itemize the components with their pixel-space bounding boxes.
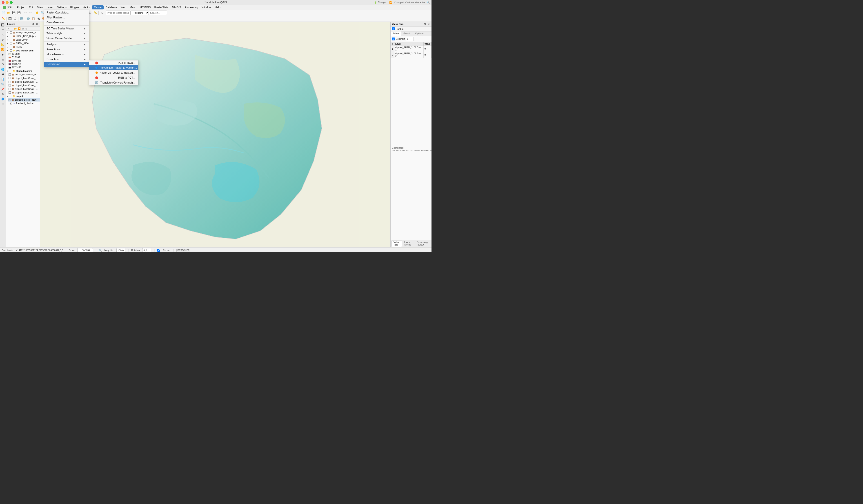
pan-button[interactable]: ✋: [35, 10, 40, 15]
sidebar-icon-7[interactable]: ▶: [1, 52, 5, 57]
collapse-all-icon[interactable]: ⊟: [25, 27, 28, 30]
list-item[interactable]: ▶ ▦ SRTM: [6, 45, 40, 49]
tab-processing-toolbox[interactable]: Processing Toolbox: [415, 241, 430, 247]
render-checkbox[interactable]: [157, 249, 160, 252]
list-item[interactable]: ▶ ▦ SRTM_3106: [6, 41, 40, 45]
list-item[interactable]: ▶ ▦ HRSL_BGD_Rajshahi_Population: [6, 34, 40, 38]
atlas-button[interactable]: 📋: [31, 16, 36, 21]
sidebar-icon-8[interactable]: ⊞: [1, 57, 5, 62]
menu-virtual-raster[interactable]: Virtual Raster Builder ▶: [44, 36, 89, 41]
menu-layer[interactable]: Layer: [45, 5, 55, 10]
undo-button[interactable]: ↩: [23, 10, 28, 15]
layer-checkbox[interactable]: [10, 35, 12, 37]
topology-button[interactable]: ⬡: [13, 16, 17, 21]
sidebar-icon-14[interactable]: 📌: [1, 87, 5, 91]
raster-menu[interactable]: Raster Calculator... Align Rasters... Ge…: [44, 10, 89, 67]
rotation-input[interactable]: [142, 248, 151, 252]
sidebar-icon-4[interactable]: 🖊: [1, 38, 5, 42]
maximize-button[interactable]: [10, 1, 13, 4]
measure-button[interactable]: 📏: [93, 10, 98, 15]
menu-georeferencer[interactable]: Georeferencer...: [44, 20, 89, 25]
layer-checkbox[interactable]: [10, 70, 12, 72]
menu-qgis[interactable]: QGIS: [1, 5, 15, 10]
menu-translate[interactable]: 🔄 Translate (Convert Format)...: [89, 80, 138, 85]
tab-layer-styling[interactable]: Layer Styling: [402, 241, 414, 247]
sidebar-icon-2[interactable]: ✏: [1, 28, 5, 32]
sidebar-icon-11[interactable]: 🏔: [1, 72, 5, 77]
layer-checkbox[interactable]: [10, 31, 12, 34]
menu-rgb-to-pct[interactable]: 🔴 RGB to PCT...: [89, 75, 138, 80]
list-item[interactable]: ▶ 📁 output: [6, 94, 40, 98]
crs-selector[interactable]: Philippines: [131, 11, 149, 15]
menu-rasterize[interactable]: 🔶 Rasterize (Vector to Raster)...: [89, 70, 138, 75]
menu-mesh[interactable]: Mesh: [128, 5, 138, 10]
plugins-button[interactable]: 🔌: [36, 16, 41, 21]
menu-help[interactable]: Help: [213, 5, 222, 10]
layer-checkbox[interactable]: [10, 42, 12, 44]
menu-polygonize[interactable]: 🔷 Polygonize (Raster to Vector)...: [89, 65, 138, 70]
open-layer-icon[interactable]: 📂: [14, 27, 17, 30]
layer-checkbox[interactable]: [9, 77, 11, 79]
save-project-button[interactable]: 💾: [11, 10, 16, 15]
processing-button[interactable]: ⚙️: [26, 16, 30, 21]
panel-close-icon[interactable]: ✕: [35, 23, 38, 26]
list-item[interactable]: ▦ clipped_LandCover_2018_3106: [8, 80, 40, 83]
tab-options[interactable]: Options: [413, 31, 426, 36]
layer-checkbox[interactable]: [9, 88, 11, 90]
epsg-badge[interactable]: EPSG:3106: [176, 249, 190, 252]
layer-checkbox[interactable]: [10, 39, 12, 41]
field-calc-button[interactable]: 🔣: [19, 16, 24, 21]
layer-checkbox[interactable]: [10, 46, 12, 48]
menu-plugins[interactable]: Plugins: [68, 5, 81, 10]
tab-value-tool[interactable]: Value Tool: [391, 241, 402, 247]
sidebar-icon-17[interactable]: ⬡: [1, 102, 5, 106]
locate-input[interactable]: [106, 11, 130, 15]
list-item[interactable]: ⬡ Rajshahi_division: [6, 102, 40, 105]
tab-table[interactable]: Table: [391, 31, 401, 36]
new-project-button[interactable]: 📄: [1, 10, 6, 15]
menu-pct-to-rgb[interactable]: 🔴 PCT to RGB...: [89, 61, 138, 65]
layer-checkbox[interactable]: [9, 81, 11, 83]
menu-table-to-style[interactable]: Table to style ▶: [44, 31, 89, 36]
close-panel-icon[interactable]: ✕: [427, 23, 430, 26]
sidebar-icon-9[interactable]: 🗺: [1, 62, 5, 67]
map-canvas[interactable]: [40, 22, 390, 247]
layer-checkbox[interactable]: [10, 95, 12, 97]
digitize-button[interactable]: ✏️: [1, 16, 6, 21]
redo-button[interactable]: ↪: [28, 10, 33, 15]
layer-checkbox[interactable]: [9, 91, 11, 94]
menu-extraction[interactable]: Extraction ▶: [44, 57, 89, 62]
menu-window[interactable]: Window: [200, 5, 213, 10]
sidebar-icon-16[interactable]: 🔷: [1, 97, 5, 101]
minimize-button[interactable]: [6, 1, 9, 4]
menu-analysis[interactable]: Analysis ▶: [44, 42, 89, 47]
save-as-button[interactable]: 💾: [16, 10, 21, 15]
sidebar-icon-6[interactable]: 🔁: [1, 48, 5, 52]
open-project-button[interactable]: 📂: [6, 10, 11, 15]
filter-layer-icon[interactable]: 🔽: [17, 27, 21, 30]
sidebar-icon-13[interactable]: 🔍: [1, 82, 5, 87]
sidebar-icon-1[interactable]: 🔲: [1, 23, 5, 27]
tab-graph[interactable]: Graph: [401, 31, 413, 36]
snap-button[interactable]: 🔲: [8, 16, 12, 21]
list-item[interactable]: ▼ 📁 clipped rasters: [6, 69, 40, 73]
sidebar-icon-10[interactable]: 🌐: [1, 67, 5, 72]
search-icon[interactable]: 🔍: [427, 1, 430, 4]
menu-view[interactable]: View: [35, 5, 45, 10]
menu-settings[interactable]: Settings: [55, 5, 68, 10]
panel-settings-icon[interactable]: ⚙: [32, 23, 35, 26]
list-item[interactable]: ▦ clipped_LandCover_2017_3106: [8, 83, 40, 87]
search-input[interactable]: [149, 11, 167, 15]
menu-edit[interactable]: Edit: [27, 5, 36, 10]
menu-miscellaneous[interactable]: Miscellaneous ▶: [44, 52, 89, 57]
menu-projections[interactable]: Projections ▶: [44, 47, 89, 52]
menu-processing[interactable]: Processing: [183, 5, 200, 10]
float-panel-icon[interactable]: ⊞: [423, 23, 426, 26]
list-item[interactable]: ▶ ▦ Reprojected_HRSL_BGD_Rajshahi_Popula…: [6, 31, 40, 34]
list-item[interactable]: ▶ ▦ Land Cover: [6, 38, 40, 41]
menu-raster[interactable]: Raster: [92, 5, 104, 10]
enable-checkbox[interactable]: [392, 27, 395, 30]
magnifier-input[interactable]: [116, 248, 125, 252]
list-item[interactable]: ▦ clipped_LandCover_2019_3106: [8, 76, 40, 80]
scale-input[interactable]: [77, 248, 93, 252]
